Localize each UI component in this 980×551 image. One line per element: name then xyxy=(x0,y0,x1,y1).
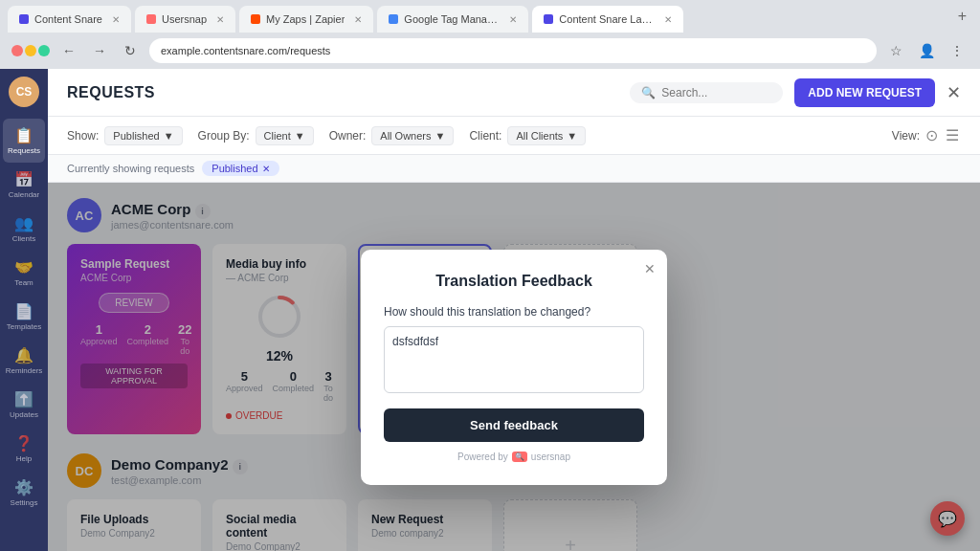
sidebar-item-label: Help xyxy=(16,454,32,463)
browser-tab[interactable]: Content Snare Languages: Table✕ xyxy=(532,6,683,33)
tab-close-icon[interactable]: ✕ xyxy=(354,14,362,25)
badge-remove-icon[interactable]: ✕ xyxy=(262,164,270,174)
sidebar-item-team[interactable]: 🤝Team xyxy=(3,251,45,295)
grid-view-button[interactable]: ⊙ xyxy=(924,124,940,146)
tab-favicon xyxy=(251,14,260,24)
sidebar-item-requests[interactable]: 📋Requests xyxy=(3,119,45,163)
browser-tabs: Content Snare✕Usersnap✕My Zaps | Zapier✕… xyxy=(0,0,980,33)
group-filter: Group By: Client ▼ xyxy=(198,126,314,145)
group-label: Group By: xyxy=(198,129,250,143)
search-icon: 🔍 xyxy=(641,86,656,99)
badge-label: Published xyxy=(212,163,257,174)
group-chevron-icon: ▼ xyxy=(295,130,305,142)
list-view-button[interactable]: ☰ xyxy=(944,124,961,146)
usersnap-label: usersnap xyxy=(531,452,570,462)
sidebar-item-label: Team xyxy=(14,278,33,287)
show-chevron-icon: ▼ xyxy=(164,130,174,142)
browser-bar: ← → ↻ example.contentsnare.com/requests … xyxy=(0,33,980,69)
status-text: Currently showing requests xyxy=(67,163,194,174)
sidebar-item-reminders[interactable]: 🔔Reminders xyxy=(3,339,45,383)
main-content: REQUESTS 🔍 ADD NEW REQUEST ✕ Show: Publi… xyxy=(48,69,980,551)
win-min-button[interactable] xyxy=(25,45,36,56)
sidebar-item-settings[interactable]: ⚙️Settings xyxy=(3,471,45,515)
refresh-button[interactable]: ↻ xyxy=(119,39,142,62)
client-select[interactable]: All Clients ▼ xyxy=(507,126,586,145)
topbar: REQUESTS 🔍 ADD NEW REQUEST ✕ xyxy=(48,69,980,117)
sidebar-item-label: Reminders xyxy=(6,366,43,375)
bookmark-button[interactable]: ☆ xyxy=(884,39,907,62)
sidebar-item-templates[interactable]: 📄Templates xyxy=(3,295,45,339)
address-text: example.contentsnare.com/requests xyxy=(161,45,330,56)
sidebar-item-clients[interactable]: 👥Clients xyxy=(3,207,45,251)
group-value: Client xyxy=(264,130,291,142)
reminders-icon: 🔔 xyxy=(14,346,33,364)
tab-favicon xyxy=(389,14,398,24)
menu-button[interactable]: ⋮ xyxy=(946,39,969,62)
show-label: Show: xyxy=(67,129,99,143)
help-icon: ❓ xyxy=(14,434,33,452)
tab-close-icon[interactable]: ✕ xyxy=(112,14,120,25)
tab-label: Google Tag Manager xyxy=(404,13,500,25)
back-button[interactable]: ← xyxy=(57,39,80,62)
modal-question: How should this translation be changed? xyxy=(384,305,644,319)
tab-close-icon[interactable]: ✕ xyxy=(216,14,224,25)
new-tab-button[interactable]: + xyxy=(952,8,972,25)
tab-close-icon[interactable]: ✕ xyxy=(664,14,672,25)
group-select[interactable]: Client ▼ xyxy=(256,126,314,145)
owner-value: All Owners xyxy=(380,130,431,142)
client-chevron-icon: ▼ xyxy=(567,130,577,142)
sidebar-item-updates[interactable]: ⬆️Updates xyxy=(3,383,45,427)
tab-label: My Zaps | Zapier xyxy=(266,13,345,25)
templates-icon: 📄 xyxy=(14,302,33,320)
modal-overlay[interactable]: ✕ Translation Feedback How should this t… xyxy=(48,183,980,551)
tab-label: Content Snare Languages: Table xyxy=(559,13,655,25)
sidebar-item-label: Settings xyxy=(11,498,38,507)
owner-chevron-icon: ▼ xyxy=(435,130,446,142)
clients-icon: 👥 xyxy=(14,214,33,232)
close-topbar-button[interactable]: ✕ xyxy=(947,82,961,103)
tab-favicon xyxy=(146,14,156,24)
modal-close-button[interactable]: ✕ xyxy=(644,261,656,276)
page-title: REQUESTS xyxy=(67,84,618,101)
calendar-icon: 📅 xyxy=(14,170,33,188)
add-new-request-button[interactable]: ADD NEW REQUEST xyxy=(794,78,935,107)
avatar[interactable]: CS xyxy=(9,77,39,107)
tab-label: Content Snare xyxy=(34,13,102,25)
owner-select[interactable]: All Owners ▼ xyxy=(371,126,454,145)
modal-title: Translation Feedback xyxy=(384,273,644,290)
sidebar-item-label: Clients xyxy=(12,234,35,243)
browser-tab[interactable]: Usersnap✕ xyxy=(135,6,235,33)
address-bar[interactable]: example.contentsnare.com/requests xyxy=(149,38,877,63)
sidebar-item-label: Templates xyxy=(7,322,41,331)
sidebar-item-calendar[interactable]: 📅Calendar xyxy=(3,163,45,207)
win-close-button[interactable] xyxy=(11,45,23,56)
show-select[interactable]: Published ▼ xyxy=(104,126,182,145)
sidebar-item-label: Updates xyxy=(10,410,38,419)
search-input[interactable] xyxy=(661,86,767,99)
updates-icon: ⬆️ xyxy=(14,390,33,408)
browser-tab[interactable]: Content Snare✕ xyxy=(8,6,131,33)
forward-button[interactable]: → xyxy=(88,39,111,62)
browser-tab[interactable]: Google Tag Manager✕ xyxy=(377,6,528,33)
app: CS 📋Requests📅Calendar👥Clients🤝Team📄Templ… xyxy=(0,69,980,551)
powered-by-text: Powered by xyxy=(457,452,508,462)
send-feedback-button[interactable]: Send feedback xyxy=(384,408,644,442)
tab-close-icon[interactable]: ✕ xyxy=(509,14,517,25)
feedback-textarea[interactable] xyxy=(384,326,644,393)
show-value: Published xyxy=(113,130,159,142)
sidebar-item-help[interactable]: ❓Help xyxy=(3,427,45,471)
team-icon: 🤝 xyxy=(14,258,33,276)
profile-button[interactable]: 👤 xyxy=(915,39,938,62)
settings-icon: ⚙️ xyxy=(14,478,33,496)
usersnap-logo: 🔍 xyxy=(512,452,527,462)
translation-feedback-modal: ✕ Translation Feedback How should this t… xyxy=(361,250,667,485)
client-label: Client: xyxy=(469,129,501,143)
search-bar: 🔍 xyxy=(630,82,783,103)
window-controls xyxy=(11,45,50,56)
win-max-button[interactable] xyxy=(38,45,50,56)
filter-bar: Show: Published ▼ Group By: Client ▼ Own… xyxy=(48,117,980,155)
tab-label: Usersnap xyxy=(162,13,207,25)
client-value: All Clients xyxy=(516,130,563,142)
sidebar-item-label: Calendar xyxy=(9,190,39,199)
browser-tab[interactable]: My Zaps | Zapier✕ xyxy=(239,6,373,33)
